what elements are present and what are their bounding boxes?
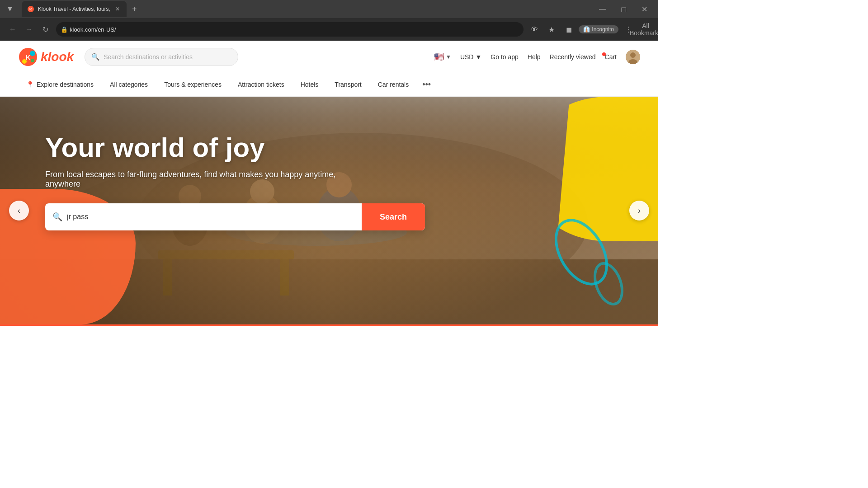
tab-bar: ▼ K Klook Travel - Activities, tours, ✕ … (0, 0, 658, 18)
currency-label: USD (460, 53, 474, 61)
nav-buttons: ← → ↻ (5, 22, 52, 37)
svg-point-6 (31, 59, 34, 62)
hero-title: Your world of joy (45, 133, 425, 163)
site-navigation: 📍 Explore destinations All categories To… (0, 73, 658, 97)
back-button[interactable]: ← (5, 22, 20, 37)
active-tab[interactable]: K Klook Travel - Activities, tours, ✕ (22, 1, 127, 17)
nav-more-button[interactable]: ••• (417, 73, 436, 97)
split-screen-button[interactable]: ◼ (561, 22, 576, 37)
browser-actions: 👁 ★ ◼ 👔 Incognito ⋮ All Bookmarks (527, 22, 653, 37)
hero-search-input[interactable] (67, 213, 354, 221)
svg-point-4 (30, 51, 35, 56)
website: K klook 🔍 Search destinations or activit… (0, 41, 658, 349)
tab-close-button[interactable]: ✕ (114, 5, 121, 13)
hero-search-button[interactable]: Search (362, 203, 425, 230)
close-button[interactable]: ✕ (634, 0, 655, 18)
header-search-bar[interactable]: 🔍 Search destinations or activities (85, 48, 238, 66)
minimize-button[interactable]: — (592, 0, 613, 18)
hero-search-bar: 🔍 Search (45, 203, 425, 230)
search-input-wrapper: 🔍 (45, 212, 362, 222)
window-controls: — ◻ ✕ (592, 0, 655, 18)
tab-left-controls: ▼ (4, 3, 16, 15)
carousel-next-button[interactable]: › (629, 201, 649, 221)
nav-item-tickets[interactable]: Attraction tickets (230, 73, 292, 97)
tab-favicon: K (27, 5, 34, 13)
url-input[interactable] (56, 22, 524, 37)
reload-button[interactable]: ↻ (38, 22, 52, 37)
forward-button[interactable]: → (22, 22, 36, 37)
eyedropper-button[interactable]: 👁 (527, 22, 542, 37)
go-to-app-link[interactable]: Go to app (491, 53, 519, 61)
klook-logo-icon: K (18, 47, 38, 67)
header-search-placeholder: Search destinations or activities (104, 53, 193, 61)
currency-arrow: ▼ (475, 53, 481, 61)
tab-back-button[interactable]: ▼ (4, 3, 16, 15)
nav-tours-label: Tours & experiences (164, 81, 222, 88)
nav-item-car-rentals[interactable]: Car rentals (370, 73, 417, 97)
nav-item-tours[interactable]: Tours & experiences (156, 73, 230, 97)
header-search-icon: 🔍 (91, 53, 100, 61)
nav-car-rentals-label: Car rentals (378, 81, 409, 88)
nav-tickets-label: Attraction tickets (238, 81, 284, 88)
nav-item-explore[interactable]: 📍 Explore destinations (18, 73, 102, 97)
klook-logo[interactable]: K klook (18, 47, 74, 67)
nav-item-hotels[interactable]: Hotels (292, 73, 327, 97)
hero-subtitle: From local escapes to far-flung adventur… (45, 170, 353, 189)
currency-selector[interactable]: USD ▼ (460, 53, 481, 61)
nav-hotels-label: Hotels (301, 81, 319, 88)
nav-transport-label: Transport (335, 81, 361, 88)
recently-viewed-link[interactable]: Recently viewed (550, 53, 596, 61)
language-selector[interactable]: 🇺🇸 ▼ (434, 52, 451, 62)
svg-point-5 (22, 59, 27, 64)
hero-section: ‹ › Your world of joy From local escapes… (0, 97, 658, 324)
svg-text:K: K (26, 54, 30, 61)
hero-content: Your world of joy From local escapes to … (45, 133, 425, 230)
address-bar: ← → ↻ 🔒 👁 ★ ◼ 👔 Incognito ⋮ All Bookmark… (0, 18, 658, 41)
search-icon: 🔍 (52, 212, 62, 222)
site-header: K klook 🔍 Search destinations or activit… (0, 41, 658, 73)
nav-more-icon: ••• (422, 80, 431, 89)
cart-notification-dot (602, 52, 606, 56)
bookmarks-bar-button[interactable]: All Bookmarks (638, 22, 653, 37)
carousel-prev-button[interactable]: ‹ (9, 201, 29, 221)
svg-text:K: K (29, 7, 32, 11)
browser-chrome: ▼ K Klook Travel - Activities, tours, ✕ … (0, 0, 658, 41)
svg-point-8 (630, 52, 636, 58)
nav-item-transport[interactable]: Transport (326, 73, 369, 97)
nav-categories-label: All categories (110, 81, 148, 88)
nav-explore-label: Explore destinations (37, 81, 94, 88)
help-link[interactable]: Help (528, 53, 541, 61)
user-avatar[interactable] (626, 50, 640, 64)
new-tab-button[interactable]: + (128, 3, 141, 16)
cart-button[interactable]: Cart (605, 53, 617, 61)
incognito-badge[interactable]: 👔 Incognito (579, 25, 618, 33)
lang-dropdown-arrow: ▼ (446, 54, 451, 60)
nav-item-categories[interactable]: All categories (102, 73, 156, 97)
tab-title: Klook Travel - Activities, tours, (38, 6, 110, 12)
url-lock-icon: 🔒 (61, 26, 68, 33)
header-actions: 🇺🇸 ▼ USD ▼ Go to app Help Recently viewe… (434, 50, 640, 64)
incognito-icon: 👔 (583, 26, 590, 33)
maximize-button[interactable]: ◻ (613, 0, 634, 18)
location-icon: 📍 (26, 81, 34, 88)
cart-link: Cart (605, 53, 617, 61)
avatar-image (626, 50, 640, 64)
klook-logo-text: klook (41, 50, 74, 64)
url-bar-wrapper: 🔒 (56, 22, 524, 37)
incognito-label: Incognito (592, 26, 614, 33)
bookmark-button[interactable]: ★ (544, 22, 559, 37)
flag-icon: 🇺🇸 (434, 52, 444, 62)
site-bottom-bar (0, 324, 658, 349)
